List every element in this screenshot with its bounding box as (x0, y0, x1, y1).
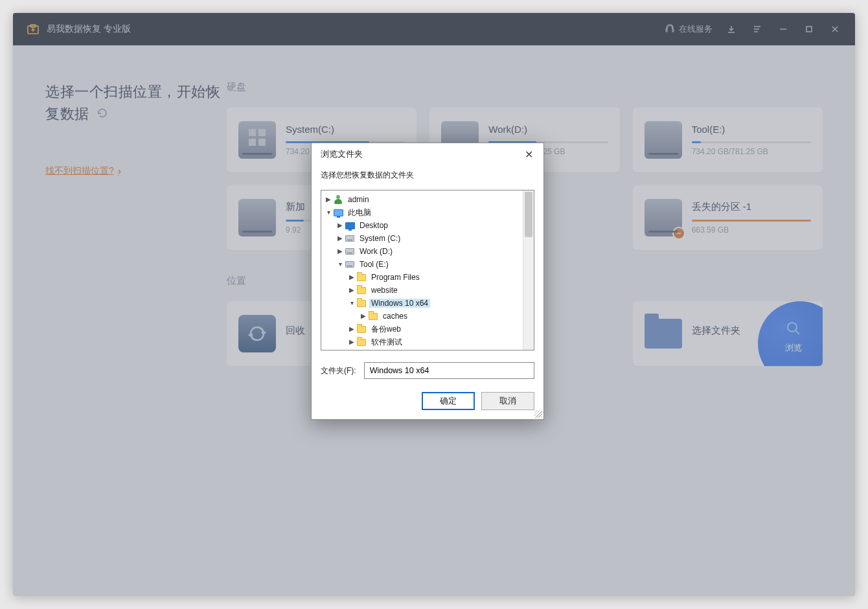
browse-folder-dialog: 浏览文件夹 ✕ 选择您想恢复数据的文件夹 ▶admin ▾此电脑 ▶Deskto… (311, 143, 544, 420)
tree-item-this-pc[interactable]: ▾此电脑 (324, 206, 534, 219)
folder-tree: ▶admin ▾此电脑 ▶Desktop ▶System (C:) ▶Work … (321, 190, 534, 350)
tree-item-system-c[interactable]: ▶System (C:) (324, 232, 534, 245)
tree-item-windows10x64[interactable]: ▾Windows 10 x64 (324, 297, 534, 310)
dialog-folder-field-row: 文件夹(F): (312, 350, 543, 385)
tree-item-software-test[interactable]: ▶软件测试 (324, 336, 534, 349)
tree-item-backup-web[interactable]: ▶备份web (324, 323, 534, 336)
tree-item-desktop[interactable]: ▶Desktop (324, 219, 534, 232)
tree-item-admin[interactable]: ▶admin (324, 193, 534, 206)
ok-button[interactable]: 确定 (422, 392, 475, 410)
dialog-subtitle: 选择您想恢复数据的文件夹 (312, 167, 543, 190)
folder-name-input[interactable] (364, 362, 534, 379)
tree-item-website[interactable]: ▶website (324, 284, 534, 297)
resize-grip-icon[interactable] (534, 410, 542, 418)
dialog-button-row: 确定 取消 (312, 385, 543, 419)
dialog-close-icon[interactable]: ✕ (522, 148, 536, 161)
cancel-button[interactable]: 取消 (481, 392, 534, 410)
dialog-title-bar: 浏览文件夹 ✕ (312, 143, 543, 167)
tree-item-caches[interactable]: ▶caches (324, 310, 534, 323)
tree-item-program-files[interactable]: ▶Program Files (324, 271, 534, 284)
dialog-title: 浏览文件夹 (321, 149, 363, 160)
tree-item-work-d[interactable]: ▶Work (D:) (324, 245, 534, 258)
tree-item-my-backup-files[interactable]: 我的备份文件 (324, 349, 534, 350)
tree-item-tool-e[interactable]: ▾Tool (E:) (324, 258, 534, 271)
tree-scrollbar[interactable] (523, 190, 534, 350)
dialog-folder-label: 文件夹(F): (321, 365, 356, 376)
